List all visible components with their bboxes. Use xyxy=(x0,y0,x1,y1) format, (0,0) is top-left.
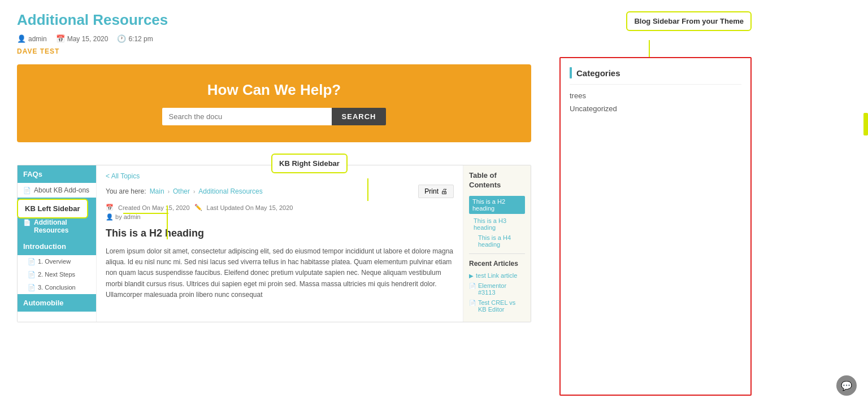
kb-left-sidebar-annotation: KB Left Sidebar xyxy=(17,199,88,218)
breadcrumb: You are here: Main › Other › Additional … xyxy=(106,185,454,198)
calendar-icon: 📅 xyxy=(56,34,65,43)
toc-h2[interactable]: This is a H2 heading xyxy=(469,196,525,214)
article-title: Additional Resources xyxy=(17,11,531,29)
kb-right-sidebar: Table of Contents This is a H2 heading T… xyxy=(463,165,531,322)
time-meta: 🕐 6:12 pm xyxy=(117,34,153,43)
kb-section-auto[interactable]: Automobile xyxy=(18,294,96,312)
doc-icon: 📄 xyxy=(23,187,31,194)
toc-divider xyxy=(469,253,525,254)
breadcrumb-sep1: › xyxy=(168,189,170,195)
search-heading: How Can We Help? xyxy=(28,81,520,99)
toc-h3[interactable]: This is a H3 heading xyxy=(469,217,525,231)
kb-nav-additional-resources[interactable]: 📄 Additional Resources xyxy=(18,215,96,238)
doc-icon-recent2: 📄 xyxy=(469,300,476,306)
kb-sub-conclusion[interactable]: 📄 3. Conclusion xyxy=(18,281,96,294)
recent-item-2[interactable]: 📄 Elementor #3113 xyxy=(469,282,525,296)
cat-divider xyxy=(570,84,741,85)
user-icon: 👤 xyxy=(17,34,26,43)
author-tag: DAVE TEST xyxy=(17,47,531,55)
search-row: SEARCH xyxy=(28,108,520,125)
chat-button[interactable]: 💬 xyxy=(836,375,857,396)
doc-icon-sub3: 📄 xyxy=(28,284,36,291)
breadcrumb-current[interactable]: Additional Resources xyxy=(198,187,262,195)
clock-icon: 🕐 xyxy=(117,34,126,43)
doc-icon-sub2: 📄 xyxy=(28,271,36,278)
doc-icon-recent: 📄 xyxy=(469,283,476,289)
article-meta: 👤 admin 📅 May 15, 2020 🕐 6:12 pm xyxy=(17,34,531,43)
print-button[interactable]: Print 🖨 xyxy=(418,185,454,198)
breadcrumb-other[interactable]: Other xyxy=(173,187,190,195)
cat-trees[interactable]: trees xyxy=(570,91,741,100)
search-input[interactable] xyxy=(162,108,332,125)
video-icon: ▶ xyxy=(469,273,474,279)
calendar-icon-article: 📅 xyxy=(106,204,114,211)
kb-article: < All Topics You are here: Main › Other … xyxy=(97,165,463,322)
categories-title: Categories xyxy=(570,67,741,78)
kb-right-sidebar-annotation: KB Right Sidebar xyxy=(271,154,348,173)
blog-sidebar-annotation: Blog Sidebar From your Theme xyxy=(626,11,752,31)
breadcrumb-sep2: › xyxy=(193,189,195,195)
date-meta: 📅 May 15, 2020 xyxy=(56,34,108,43)
kb-section-intro[interactable]: Introduction xyxy=(18,238,96,255)
breadcrumb-main[interactable]: Main xyxy=(150,187,164,195)
article-body: Lorem ipsum dolor sit amet, consectetur … xyxy=(106,246,454,300)
search-button[interactable]: SEARCH xyxy=(332,108,387,125)
kb-area: FAQs 📄 About KB Add-ons Other 📄 Addition… xyxy=(17,165,531,322)
scrollbar-indicator[interactable] xyxy=(863,113,868,135)
breadcrumb-you-are-here: You are here: xyxy=(106,187,146,195)
toc-h4[interactable]: This is a H4 heading xyxy=(469,234,525,248)
author-meta: 👤 admin xyxy=(17,34,47,43)
blog-sidebar-box: Categories trees Uncategorized xyxy=(559,57,752,396)
kb-sub-next-steps[interactable]: 📄 2. Next Steps xyxy=(18,268,96,281)
doc-icon-sub: 📄 xyxy=(28,258,36,265)
search-banner: How Can We Help? SEARCH xyxy=(17,64,531,142)
cat-uncategorized[interactable]: Uncategorized xyxy=(570,104,741,113)
edit-icon: ✏️ xyxy=(194,204,202,211)
article-dates: 📅 Created On May 15, 2020 ✏️ Last Update… xyxy=(106,204,454,211)
right-panel: Blog Sidebar From your Theme Categories … xyxy=(548,0,763,407)
kb-section-faqs[interactable]: FAQs xyxy=(18,165,96,183)
article-h2: This is a H2 heading xyxy=(106,227,454,239)
all-topics-link[interactable]: < All Topics xyxy=(106,172,454,180)
recent-item-3[interactable]: 📄 Test CREL vs KB Editor xyxy=(469,299,525,313)
cat-accent xyxy=(570,67,572,78)
author-icon: 👤 xyxy=(106,213,114,220)
recent-item-1[interactable]: ▶ test Link article xyxy=(469,272,525,279)
printer-icon: 🖨 xyxy=(441,187,448,195)
toc-title: Table of Contents xyxy=(469,171,525,190)
doc-icon-active: 📄 xyxy=(23,219,31,226)
recent-articles-title: Recent Articles xyxy=(469,260,525,268)
article-author: 👤 by admin xyxy=(106,213,454,221)
kb-sub-overview[interactable]: 📄 1. Overview xyxy=(18,255,96,268)
kb-left-sidebar: FAQs 📄 About KB Add-ons Other 📄 Addition… xyxy=(18,165,97,322)
kb-nav-about[interactable]: 📄 About KB Add-ons xyxy=(18,183,96,198)
